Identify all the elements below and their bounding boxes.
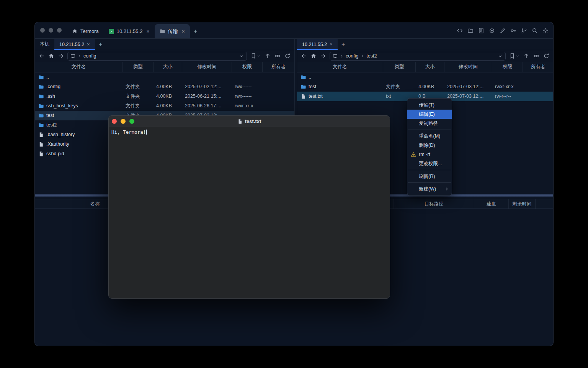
- column-header[interactable]: 权限: [232, 62, 263, 72]
- tab-label: 10.211.55.2: [117, 28, 143, 34]
- minimize-window-button[interactable]: [49, 28, 53, 33]
- file-permissions: rwx------: [232, 82, 263, 92]
- branch-icon[interactable]: [521, 28, 527, 34]
- file-row[interactable]: ..: [297, 72, 553, 82]
- menu-item[interactable]: rm -rf: [407, 150, 452, 159]
- code-icon[interactable]: [457, 28, 463, 34]
- column-header[interactable]: 大小: [154, 62, 182, 72]
- column-header[interactable]: 所有者: [263, 62, 294, 72]
- parent-directory-icon[interactable]: [265, 53, 271, 59]
- search-icon[interactable]: [532, 28, 538, 34]
- file-owner: [263, 72, 294, 82]
- new-tab-button[interactable]: +: [190, 24, 201, 38]
- column-header[interactable]: 权限: [492, 62, 523, 72]
- new-tab-button[interactable]: +: [338, 39, 349, 50]
- column-header[interactable]: 修改时间: [444, 62, 492, 72]
- dialog-title: test.txt: [237, 118, 261, 124]
- column-header[interactable]: 文件名: [35, 62, 123, 72]
- chevron-down-icon[interactable]: [239, 54, 244, 59]
- menu-item[interactable]: 新建(W): [407, 184, 452, 194]
- close-window-button[interactable]: [112, 119, 117, 124]
- minimize-window-button[interactable]: [121, 119, 126, 124]
- panel-tab[interactable]: 10.211.55.2×: [297, 39, 338, 50]
- settings-icon[interactable]: [542, 28, 549, 34]
- column-header[interactable]: 所有者: [523, 62, 553, 72]
- chevron-down-icon[interactable]: [498, 54, 503, 59]
- forward-icon[interactable]: [320, 53, 326, 59]
- file-permissions: [232, 72, 263, 82]
- back-icon[interactable]: [301, 53, 307, 59]
- file-type: 文件夹: [123, 82, 154, 92]
- bookmark-dropdown[interactable]: [250, 53, 261, 59]
- editor-content[interactable]: Hi, Termora!: [109, 127, 390, 299]
- close-window-button[interactable]: [40, 28, 45, 33]
- menu-item-label: 删除(D): [419, 143, 435, 148]
- tab-label: 传输: [168, 28, 178, 35]
- file-table-header: 文件名类型大小修改时间权限所有者: [297, 62, 553, 72]
- column-header[interactable]: 大小: [416, 62, 444, 72]
- menu-item[interactable]: 删除(D): [407, 141, 452, 150]
- file-name-cell: .config: [35, 82, 123, 92]
- home-icon[interactable]: [310, 53, 317, 59]
- menu-item[interactable]: 传输(T): [407, 100, 452, 110]
- column-header[interactable]: 类型: [123, 62, 154, 72]
- key-icon[interactable]: [510, 28, 516, 34]
- file-row[interactable]: ..: [35, 72, 294, 82]
- file-owner: [263, 101, 294, 111]
- menu-item[interactable]: 更改权限...: [407, 159, 452, 168]
- folder-icon: [38, 103, 44, 109]
- main-tab[interactable]: Termora: [67, 24, 104, 38]
- parent-directory-icon[interactable]: [523, 53, 529, 59]
- home-icon[interactable]: [48, 53, 54, 59]
- back-icon[interactable]: [39, 53, 45, 59]
- transfer-column-speed[interactable]: 速度: [474, 199, 509, 209]
- zoom-window-button[interactable]: [129, 119, 134, 124]
- transfer-column-remaining-time[interactable]: 剩余时间: [509, 199, 536, 209]
- file-row[interactable]: .ssh文件夹4.00KB2025-06-21 15:...rwx------: [35, 92, 294, 101]
- notes-icon[interactable]: [478, 28, 484, 34]
- menu-item[interactable]: 重命名(M): [407, 131, 452, 141]
- zoom-window-button[interactable]: [57, 28, 62, 33]
- main-tab[interactable]: >10.211.55.2×: [104, 24, 155, 38]
- file-icon: [237, 119, 243, 124]
- column-header[interactable]: 文件名: [297, 62, 383, 72]
- path-breadcrumb[interactable]: config: [67, 52, 247, 61]
- file-row[interactable]: ssh_host_keys文件夹4.00KB2025-06-26 17:...r…: [35, 101, 294, 111]
- transfer-column-target-path[interactable]: 目标路径: [394, 199, 474, 209]
- column-header[interactable]: 修改时间: [182, 62, 232, 72]
- pencil-icon[interactable]: [500, 28, 506, 34]
- file-row[interactable]: .config文件夹4.00KB2025-07-02 12:...rwx----…: [35, 82, 294, 92]
- main-tab[interactable]: 传输×: [155, 24, 190, 38]
- breadcrumb-segment[interactable]: config: [346, 53, 358, 59]
- menu-item-label: 刷新(R): [419, 174, 435, 179]
- column-header[interactable]: 类型: [383, 62, 416, 72]
- bookmark-dropdown[interactable]: [509, 53, 519, 59]
- folder-icon[interactable]: [467, 28, 474, 34]
- breadcrumb-segment[interactable]: config: [83, 53, 96, 59]
- file-modified: 2025-06-21 15:...: [182, 92, 232, 101]
- close-icon[interactable]: ×: [182, 29, 185, 34]
- path-breadcrumb[interactable]: configtest2: [330, 52, 506, 61]
- show-hidden-files-icon[interactable]: [533, 53, 539, 59]
- close-icon[interactable]: ×: [146, 29, 149, 34]
- forward-icon[interactable]: [58, 53, 64, 59]
- panel-tab[interactable]: 10.211.55.2×: [54, 39, 95, 50]
- menu-item[interactable]: 复制路径: [407, 119, 452, 128]
- folder-icon: [301, 74, 306, 80]
- record-icon[interactable]: [489, 28, 495, 34]
- file-owner: [523, 72, 553, 82]
- file-row[interactable]: test文件夹4.00KB2025-07-03 12:...rwxr-xr-x: [297, 82, 553, 92]
- file-name: ssh_host_keys: [46, 101, 78, 111]
- desktop: Termora>10.211.55.2×传输×+ 本机10.211.55.2×+…: [0, 0, 588, 368]
- menu-item[interactable]: 刷新(R): [407, 172, 452, 181]
- refresh-icon[interactable]: [543, 53, 549, 59]
- panel-tab[interactable]: 本机: [35, 39, 54, 50]
- close-icon[interactable]: ×: [330, 42, 333, 47]
- menu-item[interactable]: 编辑(E): [407, 110, 452, 119]
- file-actions: [250, 53, 291, 59]
- close-icon[interactable]: ×: [87, 42, 90, 47]
- new-tab-button[interactable]: +: [95, 39, 106, 50]
- breadcrumb-segment[interactable]: test2: [366, 53, 377, 59]
- show-hidden-files-icon[interactable]: [274, 53, 281, 59]
- refresh-icon[interactable]: [284, 53, 291, 59]
